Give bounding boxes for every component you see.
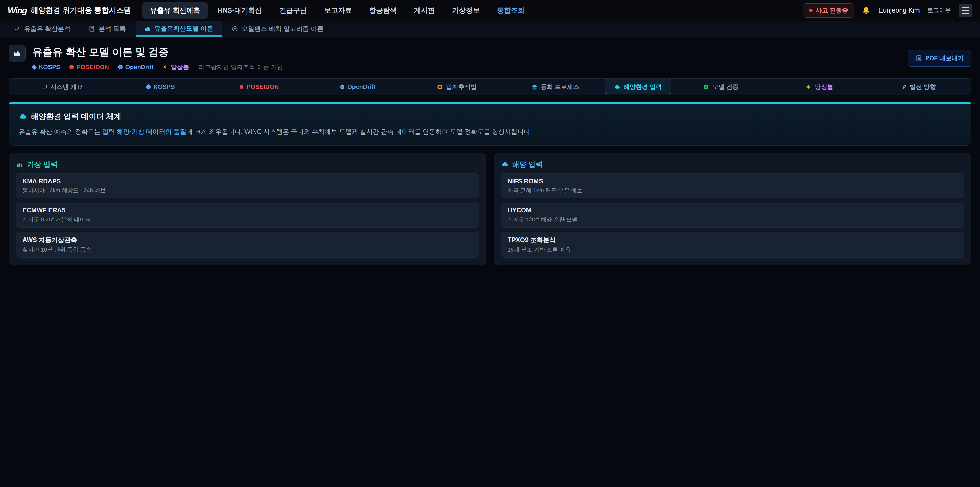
list-item[interactable]: TPXO9 조화분석 15개 분조 기반 조류 예측 — [501, 232, 964, 258]
incident-status-label: 사고 진행중 — [816, 6, 848, 14]
list-item[interactable]: ECMWF ERA5 전지구 0.25° 재분석 데이터 — [16, 203, 479, 228]
source-desc: 한국 근해 1km 해류·수온 예보 — [508, 187, 958, 194]
source-name: AWS 자동기상관측 — [22, 236, 473, 244]
list-item[interactable]: KMA RDAPS 동아시아 12km 해상도 · 24h 예보 — [16, 173, 479, 198]
lightning-icon — [805, 84, 812, 90]
pdf-file-icon — [915, 55, 922, 62]
nav-item-board[interactable]: 게시판 — [406, 2, 442, 19]
sub-tab-bar: 유출유 확산분석 분석 목록 유출유확산모델 이론 오일펜스 배치 알고리즘 이… — [0, 21, 980, 37]
ocean-card-title: 해양 입력 — [501, 160, 964, 169]
tab-analysis-list[interactable]: 분석 목록 — [80, 21, 134, 37]
panel-title-row: 해양환경 입력 데이터 체계 — [19, 111, 961, 122]
lightning-icon — [162, 64, 168, 70]
section-nav-item-weathering[interactable]: 풍화 프로세스 — [506, 83, 605, 91]
panel-title: 해양환경 입력 데이터 체계 — [31, 111, 121, 122]
brand[interactable]: Wing 해양환경 위기대응 통합시스템 — [8, 5, 131, 16]
panel-description: 유출유 확산 예측의 정확도는 입력 해양·기상 데이터의 품질에 크게 좌우됩… — [19, 127, 961, 137]
incident-status-badge[interactable]: 사고 진행중 — [803, 3, 854, 18]
nav-item-hns[interactable]: HNS·대기확산 — [210, 2, 269, 19]
source-name: NIFS ROMS — [508, 177, 958, 185]
tab-spill-analysis[interactable]: 유출유 확산분석 — [6, 21, 79, 37]
page-badges: KOSPS POSEIDON OpenDrift 앙상블 라그랑지안 입자추적 … — [32, 63, 283, 71]
check-square-icon — [703, 84, 709, 90]
source-desc: 전지구 0.25° 재분석 데이터 — [22, 216, 473, 224]
ocean-input-card: 해양 입력 NIFS ROMS 한국 근해 1km 해류·수온 예보 HYCOM… — [494, 153, 971, 265]
section-nav: 시스템 개요 KOSPS POSEIDON OpenDrift 입자추적법 풍화… — [9, 78, 971, 95]
weather-input-card: 기상 입력 KMA RDAPS 동아시아 12km 해상도 · 24h 예보 E… — [9, 153, 486, 265]
blue-globe-icon — [118, 65, 123, 69]
page-header-main: 유출유 확산 모델 이론 및 검증 KOSPS POSEIDON OpenDri… — [32, 45, 283, 71]
pdf-export-button[interactable]: PDF 내보내기 — [908, 50, 971, 67]
highlight-text: 입력 해양·기상 데이터의 품질 — [102, 128, 186, 135]
nav-item-air-search[interactable]: 항공탐색 — [361, 2, 404, 19]
list-item[interactable]: NIFS ROMS 한국 근해 1km 해류·수온 예보 — [501, 173, 964, 198]
section-nav-item-poseidon[interactable]: POSEIDON — [210, 83, 309, 90]
page-header: 유출유 확산 모델 이론 및 검증 KOSPS POSEIDON OpenDri… — [0, 37, 980, 77]
diamond-icon — [145, 84, 151, 90]
source-desc: 동아시아 12km 해상도 · 24h 예보 — [22, 187, 473, 194]
tab-model-theory[interactable]: 유출유확산모델 이론 — [135, 21, 222, 37]
orange-donut-icon — [437, 84, 443, 90]
nav-item-weather-info[interactable]: 기상정보 — [444, 2, 487, 19]
badge-poseidon: POSEIDON — [69, 64, 109, 71]
cloud-icon — [614, 84, 620, 90]
section-nav-item-opendrift[interactable]: OpenDrift — [309, 83, 407, 90]
source-desc: 15개 분조 기반 조류 예측 — [508, 246, 958, 254]
source-desc: 전지구 1/12° 해양 순환 모델 — [508, 216, 958, 224]
diamond-icon — [32, 64, 37, 70]
source-name: ECMWF ERA5 — [22, 207, 473, 214]
top-nav: Wing 해양환경 위기대응 통합시스템 유출유 확산예측 HNS·대기확산 긴… — [0, 0, 980, 21]
bar-chart-icon — [16, 161, 24, 168]
badge-kosps: KOSPS — [32, 64, 60, 71]
red-dot-icon — [69, 65, 74, 69]
marine-input-panel: 해양환경 입력 데이터 체계 유출유 확산 예측의 정확도는 입력 해양·기상 … — [9, 102, 971, 145]
badge-ensemble: 앙상블 — [162, 63, 189, 71]
nav-item-rescue[interactable]: 긴급구난 — [272, 2, 314, 19]
cloud-icon — [19, 112, 27, 121]
source-name: KMA RDAPS — [22, 177, 473, 185]
list-item[interactable]: AWS 자동기상관측 실시간 10분 단위 풍향·풍속 — [16, 232, 479, 258]
section-nav-item-particle-tracking[interactable]: 입자추적법 — [407, 83, 506, 91]
nav-item-oil-spill-forecast[interactable]: 유출유 확산예측 — [142, 2, 208, 19]
input-cards: 기상 입력 KMA RDAPS 동아시아 12km 해상도 · 24h 예보 E… — [9, 153, 971, 265]
user-name: Eunjeong Kim — [878, 6, 920, 14]
section-nav-item-kosps[interactable]: KOSPS — [111, 83, 210, 90]
section-nav-item-marine-input[interactable]: 해양환경 입력 — [605, 79, 671, 94]
weather-card-title: 기상 입력 — [16, 160, 479, 169]
red-dot-icon — [240, 85, 243, 89]
source-name: HYCOM — [508, 207, 958, 214]
list-item[interactable]: HYCOM 전지구 1/12° 해양 순환 모델 — [501, 203, 964, 228]
document-icon — [88, 25, 95, 32]
page-subtitle: 라그랑지안 입자추적 이론 기반 — [198, 63, 283, 71]
rocket-icon — [900, 84, 907, 90]
tab-oil-fence-algorithm[interactable]: 오일펜스 배치 알고리즘 이론 — [223, 21, 332, 37]
logout-button[interactable]: 로그아웃 — [928, 6, 951, 14]
app-title: 해양환경 위기대응 통합시스템 — [31, 5, 131, 16]
monitor-icon — [41, 84, 48, 90]
trend-chart-icon — [14, 25, 21, 32]
source-desc: 실시간 10분 단위 풍향·풍속 — [22, 246, 473, 254]
section-nav-item-model-validation[interactable]: 모델 검증 — [671, 83, 770, 91]
bell-icon[interactable] — [862, 6, 871, 15]
blue-globe-icon — [340, 85, 344, 89]
page-title: 유출유 확산 모델 이론 및 검증 — [32, 45, 283, 59]
target-circle-icon — [231, 25, 239, 32]
cloud-icon — [501, 161, 509, 168]
section-nav-item-system-overview[interactable]: 시스템 개요 — [13, 83, 111, 91]
section-nav-item-future-direction[interactable]: 발전 방향 — [869, 83, 967, 91]
main-nav: 유출유 확산예측 HNS·대기확산 긴급구난 보고자료 항공탐색 게시판 기상정… — [142, 2, 532, 19]
area-chart-icon — [144, 25, 151, 32]
status-dot-icon — [809, 9, 813, 12]
layers-icon — [531, 84, 538, 90]
brand-logo: Wing — [8, 5, 27, 15]
nav-item-integrated-search[interactable]: 통합조회 — [489, 2, 532, 19]
nav-item-reports[interactable]: 보고자료 — [317, 2, 360, 19]
hamburger-menu-icon[interactable] — [959, 3, 972, 18]
topnav-right: 사고 진행중 Eunjeong Kim 로그아웃 — [803, 3, 972, 18]
section-nav-item-ensemble[interactable]: 앙상블 — [770, 83, 869, 91]
page-chart-icon — [9, 45, 25, 62]
source-name: TPXO9 조화분석 — [508, 236, 958, 244]
badge-opendrift: OpenDrift — [118, 64, 154, 71]
